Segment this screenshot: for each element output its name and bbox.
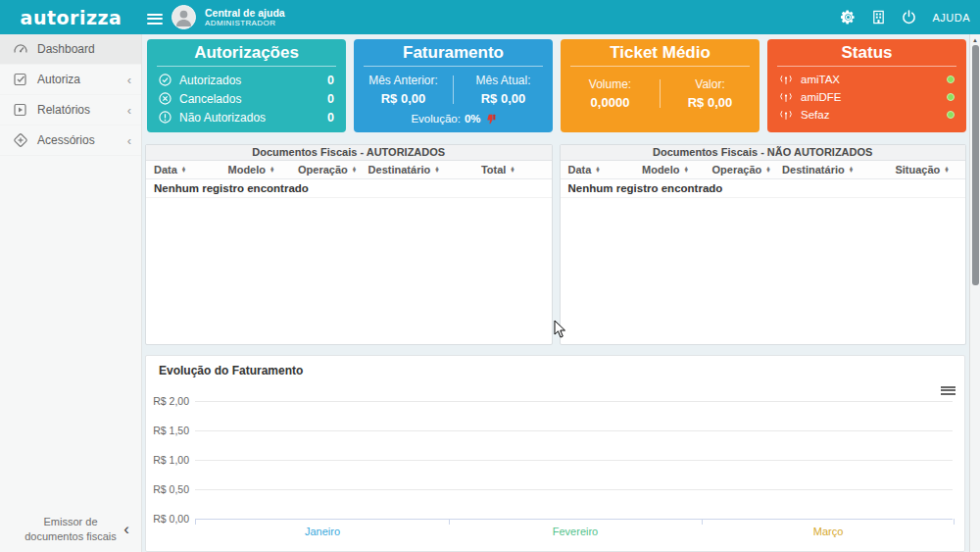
stat-value: 0 <box>327 111 334 125</box>
sidebar-item-autoriza[interactable]: Autoriza ‹ <box>0 65 141 95</box>
footer-line-1: Emissor de <box>0 515 141 529</box>
sidebar-footer: Emissor de documentos fiscais ‹ <box>0 515 141 544</box>
x-tick <box>195 519 196 525</box>
chevron-left-icon: ‹ <box>127 104 131 117</box>
user-block[interactable]: Central de ajuda ADMINISTRADOR <box>172 5 285 29</box>
column-label: Total <box>481 164 506 176</box>
antenna-icon <box>779 91 793 103</box>
help-center-label: Central de ajuda <box>205 7 285 19</box>
column-header-destinatario[interactable]: Destinatário ▲▼ <box>368 164 481 176</box>
sort-icon: ▲▼ <box>270 167 274 174</box>
sidebar-item-label: Acessórios <box>37 133 95 147</box>
service-name: amiDFE <box>801 91 842 103</box>
scroll-up-arrow-icon[interactable]: ▲ <box>970 34 980 43</box>
stat-label: Cancelados <box>179 92 241 106</box>
service-name: Sefaz <box>801 109 829 121</box>
x-category-label[interactable]: Fevereiro <box>531 526 619 537</box>
sort-icon: ▲▼ <box>352 167 357 174</box>
gridline <box>195 430 953 431</box>
collapse-sidebar-icon[interactable]: ‹ <box>123 521 129 537</box>
y-tick-label: R$ 0,50 <box>146 483 189 495</box>
user-role-label: ADMINISTRADOR <box>205 19 285 27</box>
status-row-amidfe: amiDFE <box>767 88 966 106</box>
sort-icon: ▲▼ <box>849 167 854 174</box>
card-title: Autorizações <box>147 39 346 63</box>
card-status: Status amiTAX amiDFE <box>767 39 966 132</box>
sidebar-item-label: Autoriza <box>37 73 80 86</box>
chevron-left-icon: ‹ <box>127 74 131 86</box>
circle-x-icon <box>159 92 172 105</box>
column-header-data[interactable]: Data ▲▼ <box>568 164 643 176</box>
scrollbar-thumb[interactable] <box>972 45 979 285</box>
column-header-situacao[interactable]: Situação ▲▼ <box>895 164 957 176</box>
status-online-dot <box>947 111 955 119</box>
user-icon <box>172 6 195 28</box>
table-title: Documentos Fiscais - AUTORIZADOS <box>146 145 552 161</box>
col-label: Valor: <box>661 77 760 91</box>
building-icon[interactable] <box>871 10 886 25</box>
column-header-total[interactable]: Total ▲▼ <box>481 164 544 176</box>
y-tick-label: R$ 1,50 <box>146 425 189 436</box>
y-tick-label: R$ 1,00 <box>146 454 189 466</box>
divider <box>157 66 336 67</box>
table-header-row: Data ▲▼ Modelo ▲▼ Operação ▲▼ Destinatár… <box>561 161 966 179</box>
gridline <box>195 460 953 461</box>
hamburger-menu-icon[interactable] <box>147 11 163 26</box>
column-label: Destinatário <box>368 164 431 176</box>
x-tick <box>702 519 703 525</box>
column-label: Operação <box>298 164 348 176</box>
faturamento-columns: Mês Anterior: R$ 0,00 Mês Atual: R$ 0,00 <box>354 71 553 106</box>
status-online-dot <box>947 93 955 101</box>
vertical-scrollbar[interactable]: ▲ <box>969 34 980 552</box>
x-tick <box>449 519 450 525</box>
col-value: R$ 0,00 <box>661 95 760 110</box>
column-header-destinatario[interactable]: Destinatário ▲▼ <box>782 164 895 176</box>
table-title: Documentos Fiscais - NÃO AUTORIZADOS <box>561 145 966 161</box>
footer-line-2: documentos fiscais <box>0 529 141 544</box>
column-header-operacao[interactable]: Operação ▲▼ <box>298 164 368 176</box>
user-text: Central de ajuda ADMINISTRADOR <box>205 7 285 27</box>
power-icon[interactable] <box>902 10 916 25</box>
chart-menu-icon[interactable] <box>941 384 956 396</box>
column-header-modelo[interactable]: Modelo ▲▼ <box>642 164 712 176</box>
sort-icon: ▲▼ <box>684 167 689 174</box>
revenue-evolution-chart: Evolução do Faturamento R$ 2,00 R$ 1,50 … <box>145 355 965 552</box>
card-title: Status <box>767 39 966 63</box>
evolution-label: Evolução: <box>411 113 461 125</box>
col-label: Mês Atual: <box>454 74 553 87</box>
card-title: Faturamento <box>354 39 553 63</box>
status-row-amitax: amiTAX <box>767 71 966 88</box>
sort-icon: ▲▼ <box>595 167 600 174</box>
col-label: Mês Anterior: <box>354 74 453 87</box>
sidebar-item-relatorios[interactable]: Relatórios ‹ <box>0 95 141 125</box>
table-authorized: Documentos Fiscais - AUTORIZADOS Data ▲▼… <box>145 144 553 345</box>
gear-icon[interactable] <box>841 10 856 25</box>
status-online-dot <box>947 75 955 83</box>
x-axis-line <box>195 519 953 520</box>
sidebar-item-label: Dashboard <box>37 42 95 56</box>
column-header-operacao[interactable]: Operação ▲▼ <box>712 164 783 176</box>
table-not-authorized: Documentos Fiscais - NÃO AUTORIZADOS Dat… <box>560 144 967 345</box>
col-value: R$ 0,00 <box>454 91 553 106</box>
sidebar-item-dashboard[interactable]: Dashboard <box>0 34 141 65</box>
current-month: Mês Atual: R$ 0,00 <box>454 74 553 106</box>
ajuda-link[interactable]: AJUDA <box>932 12 970 24</box>
x-category-label[interactable]: Janeiro <box>278 526 367 537</box>
summary-cards: Autorizações Autorizados 0 Cancelados 0 <box>147 39 966 132</box>
sidebar-item-acessorios[interactable]: Acessórios ‹ <box>0 125 141 156</box>
column-header-modelo[interactable]: Modelo ▲▼ <box>228 164 299 176</box>
accessories-icon <box>13 132 28 148</box>
column-label: Data <box>568 164 592 176</box>
divider <box>777 66 956 67</box>
logo-text: autorizza <box>21 7 122 28</box>
stat-label: Não Autorizados <box>179 111 266 125</box>
column-label: Operação <box>712 164 762 176</box>
sort-icon: ▲▼ <box>944 167 949 174</box>
card-faturamento: Faturamento Mês Anterior: R$ 0,00 Mês At… <box>354 39 553 132</box>
table-header-row: Data ▲▼ Modelo ▲▼ Operação ▲▼ Destinatár… <box>146 161 552 179</box>
x-category-label[interactable]: Março <box>784 526 872 537</box>
column-header-data[interactable]: Data ▲▼ <box>154 164 228 176</box>
card-ticket-medio: Ticket Médio Volume: 0,0000 Valor: R$ 0,… <box>561 39 760 132</box>
evolution-row: Evolução: 0% <box>354 113 553 125</box>
logo[interactable]: autorizza <box>0 0 142 34</box>
